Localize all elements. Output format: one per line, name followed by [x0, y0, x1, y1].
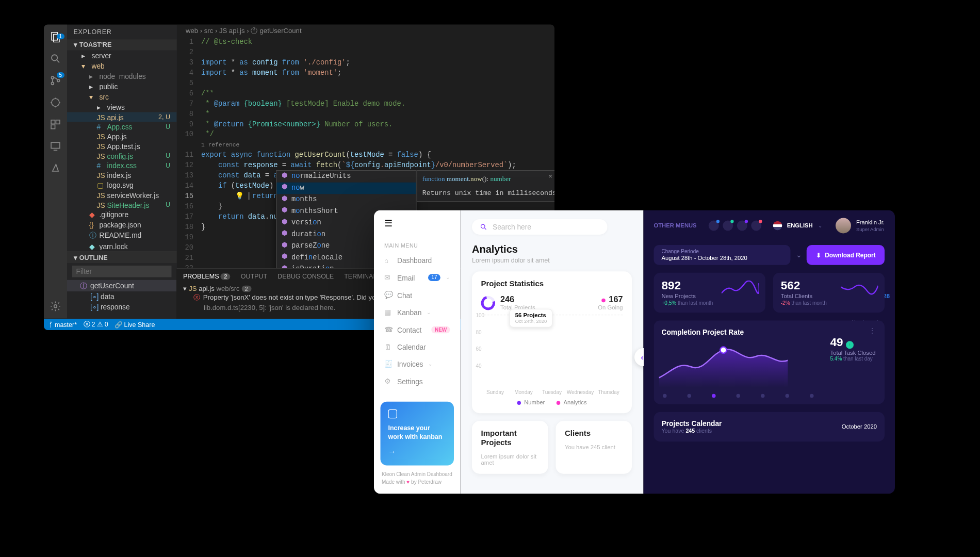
kpi-total-clients: 562Total Clients -2% than last month [773, 273, 885, 313]
noti-icon[interactable] [737, 221, 747, 231]
remote-icon[interactable] [50, 141, 61, 154]
close-icon[interactable]: × [548, 172, 552, 182]
outline-getusercount[interactable]: ⓕgetUserCount [67, 280, 177, 292]
noti-icon[interactable] [751, 221, 761, 231]
more-icon[interactable]: ⋮ [869, 327, 877, 335]
noti-icon[interactable] [723, 221, 733, 231]
svg-point-15 [720, 347, 727, 354]
period-selector[interactable]: Change PeriodeAugust 28th - October 28th… [654, 245, 791, 265]
completion-card: Completion Project Rate⋮ 49↑ Total Task … [654, 320, 885, 404]
hamburger-icon[interactable]: ☰ [374, 218, 461, 238]
filter-input[interactable] [72, 266, 172, 277]
search-icon[interactable] [50, 53, 61, 66]
status-live-share[interactable]: 🔗 Live Share [115, 321, 155, 328]
panel-tab-debug[interactable]: DEBUG CONSOLE [277, 273, 334, 280]
svg-point-5 [52, 83, 54, 85]
area-chart [659, 342, 788, 388]
promo-card[interactable]: Increase your work with kanban → [381, 402, 454, 465]
notifications [708, 221, 761, 231]
noti-icon[interactable] [708, 221, 718, 231]
debug-icon[interactable] [50, 97, 61, 110]
file-gitignore[interactable]: ◆.gitignore [67, 209, 177, 220]
file-config-js[interactable]: JSconfig.jsU [67, 151, 177, 161]
nav-item-settings[interactable]: ⚙Settings [374, 373, 461, 389]
file-app-test-js[interactable]: JSApp.test.js [67, 141, 177, 151]
status-branch[interactable]: ᚶ master* [49, 321, 77, 328]
drag-handle-icon[interactable]: ‹› [634, 348, 644, 366]
intelli-item[interactable]: ⬢normalizeUnits [276, 171, 416, 182]
search-icon [480, 223, 487, 231]
nav-item-email[interactable]: ✉Email17⌄ [374, 270, 461, 286]
panel-tab-terminal[interactable]: TERMINAL [344, 273, 377, 280]
stats-card: Project Statistics 246Total Projects 167… [472, 271, 632, 413]
scm-icon[interactable]: 5 [50, 75, 61, 88]
signature-popup: ×function moment.now(): numberReturns un… [417, 170, 555, 202]
intelli-item[interactable]: ⬢now [276, 183, 416, 194]
file-readme[interactable]: ⓘREADME.md [67, 230, 177, 241]
file-app-css[interactable]: #App.cssU [67, 122, 177, 132]
month-label[interactable]: October 2020 [842, 423, 877, 430]
file-app-js[interactable]: JSApp.js [67, 132, 177, 141]
stats-summary: 246Total Projects 167On Going [481, 294, 623, 310]
svg-point-4 [52, 76, 54, 79]
nav-item-calendar[interactable]: 🗓Calendar [374, 339, 461, 355]
outline-data[interactable]: [∘]data [67, 291, 177, 302]
action-row: Change PeriodeAugust 28th - October 28th… [654, 245, 885, 265]
language-selector[interactable]: ENGLISH [787, 222, 813, 229]
clients-card[interactable]: ClientsYou have 245 client [556, 421, 632, 474]
avatar[interactable] [836, 218, 851, 234]
explorer-icon[interactable]: 1 [50, 31, 61, 44]
file-index-css[interactable]: #index.cssU [67, 160, 177, 170]
file-index-js[interactable]: JSindex.js [67, 170, 177, 180]
download-button[interactable]: ⬇Download Report [807, 245, 885, 265]
status-errors[interactable]: ⓧ 2 ⚠ 0 [84, 320, 108, 329]
folder-src[interactable]: ▾src [67, 92, 177, 102]
azure-icon[interactable] [50, 162, 61, 175]
important-projects-card[interactable]: Important ProjectsLorem ipsum dolor sit … [472, 421, 548, 474]
file-logo-svg[interactable]: ▢logo.svg [67, 180, 177, 190]
dashboard-window: ☰ MAIN MENU ⌂Dashboard✉Email17⌄💬Chat▦Kan… [374, 210, 895, 494]
nav-item-invoices[interactable]: 🧾Invoices⌄ [374, 356, 461, 372]
up-icon: ↑ [846, 341, 854, 349]
gear-icon[interactable] [50, 301, 61, 314]
kpi-new-projects: 892New Projects +0,5% than last month [654, 273, 765, 313]
outline-response[interactable]: [∘]response [67, 302, 177, 312]
chevron-down-icon[interactable]: ⌄ [818, 223, 823, 228]
folder-node-modules[interactable]: ▸node_modules [67, 71, 177, 81]
chevron-down-icon[interactable]: ⌄ [796, 251, 802, 259]
folder-views[interactable]: ▸views [67, 102, 177, 112]
right-topbar: OTHER MENUS ENGLISH ⌄ Franklin Jr.Super … [654, 218, 885, 234]
other-menus-label[interactable]: OTHER MENUS [654, 222, 697, 229]
search-input[interactable]: Search here [472, 219, 608, 235]
file-sw-js[interactable]: JSserviceWorker.js [67, 190, 177, 200]
nav-item-chat[interactable]: 💬Chat [374, 287, 461, 303]
file-package-json[interactable]: {}package.json [67, 220, 177, 230]
project-section[interactable]: ▾ TOAST'RE [67, 39, 177, 50]
intelli-item[interactable]: ⬢months [276, 194, 416, 205]
nav-item-contact[interactable]: ☎ContactNEW [374, 322, 461, 338]
main-menu-label: MAIN MENU [374, 237, 461, 253]
svg-rect-11 [51, 142, 60, 148]
dash-main: Search here Analytics Lorem ipsum dolor … [461, 210, 644, 494]
file-api-js[interactable]: JSapi.js2, U [67, 112, 177, 122]
nav-item-dashboard[interactable]: ⌂Dashboard [374, 253, 461, 268]
chart-dots [663, 394, 814, 398]
file-yarn-lock[interactable]: ◆yarn.lock [67, 241, 177, 252]
file-siteheader-js[interactable]: JSSiteHeader.jsU [67, 200, 177, 210]
folder-public[interactable]: ▸public [67, 81, 177, 92]
file-tree: ▸server ▾web ▸node_modules ▸public ▾src … [67, 51, 177, 252]
svg-point-13 [481, 224, 485, 228]
arrow-icon: → [388, 447, 447, 458]
nav-item-kanban[interactable]: ▦Kanban⌄ [374, 304, 461, 320]
extensions-icon[interactable] [50, 119, 61, 132]
x-axis: SundayMondayTuesdayWednesdayThursday [481, 389, 623, 395]
footer-text: Kleon Clean Admin Dashboard Made with ♥ … [374, 471, 461, 486]
panel-tab-problems[interactable]: PROBLEMS 2 [183, 273, 231, 280]
folder-web[interactable]: ▾web [67, 61, 177, 71]
line-numbers: 12345678910.111213141516171819202122 [177, 38, 202, 274]
panel-tab-output[interactable]: OUTPUT [241, 273, 267, 280]
folder-server[interactable]: ▸server [67, 51, 177, 61]
breadcrumb[interactable]: web › src › JS api.js › ⓕ getUserCount [177, 25, 555, 38]
dash-sidebar: ☰ MAIN MENU ⌂Dashboard✉Email17⌄💬Chat▦Kan… [374, 210, 461, 494]
outline-section[interactable]: ▾ OUTLINE [67, 252, 177, 264]
